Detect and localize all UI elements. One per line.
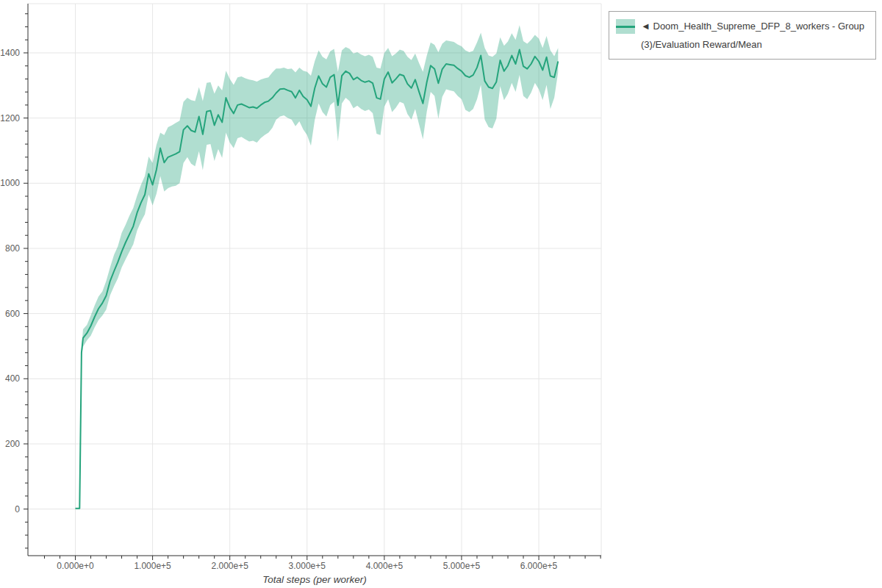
y-tick-label: 1000 <box>0 178 20 188</box>
x-tick-label: 2.000e+5 <box>211 561 248 571</box>
y-tick-label: 600 <box>5 309 20 319</box>
y-tick-label: 1400 <box>0 48 20 58</box>
legend-collapse-icon[interactable]: ◄ <box>641 21 650 32</box>
legend-label: Doom_Health_Supreme_DFP_8_workers - Grou… <box>641 21 864 50</box>
y-tick-label: 400 <box>5 373 20 384</box>
legend-swatch <box>616 19 635 34</box>
x-axis-title: Total steps (per worker) <box>262 574 366 585</box>
y-tick-label: 1200 <box>0 113 20 123</box>
legend-line-icon <box>616 26 635 28</box>
line-chart: 0.000e+01.000e+52.000e+53.000e+54.000e+5… <box>0 0 617 588</box>
x-tick-label: 6.000e+5 <box>520 561 558 571</box>
x-tick-label: 5.000e+5 <box>443 561 481 571</box>
legend-box[interactable]: ◄ Doom_Health_Supreme_DFP_8_workers - Gr… <box>609 11 876 60</box>
x-tick-label: 0.000e+0 <box>57 561 94 571</box>
y-tick-label: 800 <box>5 243 20 254</box>
y-tick-label: 200 <box>5 439 20 449</box>
legend-entry: ◄ Doom_Health_Supreme_DFP_8_workers - Gr… <box>641 17 869 54</box>
tick-labels: 0.000e+01.000e+52.000e+53.000e+54.000e+5… <box>0 48 557 571</box>
x-tick-label: 4.000e+5 <box>366 561 404 571</box>
confidence-band <box>76 25 559 508</box>
y-tick-label: 0 <box>15 504 20 514</box>
page: 0.000e+01.000e+52.000e+53.000e+54.000e+5… <box>0 0 882 588</box>
x-tick-label: 3.000e+5 <box>289 561 326 571</box>
x-tick-label: 1.000e+5 <box>134 561 171 571</box>
